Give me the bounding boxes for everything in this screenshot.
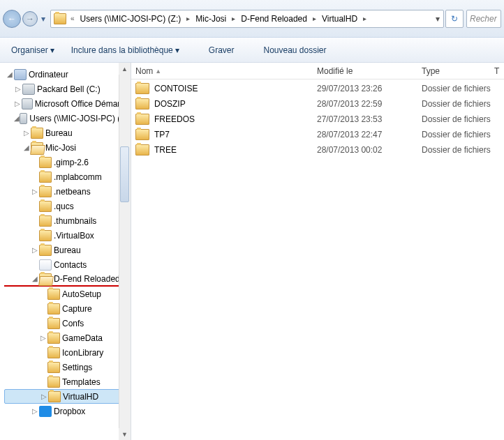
breadcrumb-bar[interactable]: « Users (\\MIC-JOSI-PC) (Z:) ▸ Mic-Josi …	[50, 10, 444, 28]
nav-forward-button[interactable]: →	[22, 11, 38, 26]
tree-label: Bureau	[54, 245, 81, 255]
file-type: Dossier de fichiers	[417, 84, 504, 93]
toolbar: Organiser ▾ Inclure dans la bibliothèque…	[0, 38, 504, 63]
nav-back-button[interactable]: ←	[3, 10, 21, 28]
folder-open-icon	[31, 142, 43, 153]
navigation-tree-pane: ◢Ordinateur ▷Packard Bell (C:) ▷Microsof…	[0, 63, 131, 440]
tree-contacts[interactable]: Contacts	[4, 257, 131, 272]
chevron-right-icon[interactable]: ▸	[185, 15, 191, 22]
file-row[interactable]: FREEDOS27/07/2013 23:53Dossier de fichie…	[131, 112, 504, 127]
chevron-right-icon[interactable]: ▸	[311, 15, 318, 22]
tree-capture[interactable]: Capture	[4, 301, 131, 316]
new-folder-button[interactable]: Nouveau dossier	[256, 43, 333, 58]
breadcrumb-segment-micjosi[interactable]: Mic-Josi	[191, 10, 230, 27]
tree-label: IconLibrary	[62, 348, 103, 358]
column-header-size[interactable]: T	[490, 63, 504, 79]
search-input[interactable]: Recher	[466, 10, 501, 28]
tree-netbeans[interactable]: ▷.netbeans	[4, 184, 131, 199]
tree-autosetup[interactable]: AutoSetup	[4, 287, 131, 301]
tree-drive-c[interactable]: ▷Packard Bell (C:)	[4, 82, 131, 96]
tree-mplab[interactable]: .mplabcomm	[4, 169, 131, 184]
tree-label: .mplabcomm	[54, 172, 102, 182]
tree-bureau[interactable]: ▷Bureau	[4, 126, 131, 140]
computer-icon	[14, 69, 27, 80]
chevron-right-icon[interactable]: ▸	[362, 15, 368, 22]
collapse-icon[interactable]: ◢	[6, 70, 14, 78]
refresh-button[interactable]: ↻	[445, 10, 464, 28]
scroll-up-button[interactable]: ▲	[119, 63, 131, 75]
folder-icon	[39, 230, 52, 241]
tree-virtualbox[interactable]: .VirtualBox	[4, 228, 131, 243]
tree-label: Capture	[62, 304, 92, 314]
expand-icon[interactable]: ▷	[31, 407, 39, 415]
expand-icon[interactable]: ▷	[31, 188, 39, 195]
tree-root-computer[interactable]: ◢Ordinateur	[4, 67, 131, 82]
tree-gimp[interactable]: .gimp-2.6	[4, 155, 131, 169]
tree-dropbox[interactable]: ▷Dropbox	[4, 404, 131, 418]
expand-icon[interactable]: ▷	[22, 129, 31, 137]
file-row[interactable]: TREE28/07/2013 00:02Dossier de fichiers	[131, 142, 504, 158]
search-placeholder-text: Recher	[470, 14, 497, 24]
tree-gamedata[interactable]: ▷GameData	[4, 331, 131, 345]
tree-users-z[interactable]: ◢Users (\\MIC-JOSI-PC) (Z:	[4, 111, 131, 126]
tree-label: D-Fend Reloaded	[54, 274, 120, 284]
expand-icon[interactable]: ▷	[14, 85, 22, 93]
collapse-icon[interactable]: ◢	[22, 144, 31, 151]
burn-button[interactable]: Graver	[202, 43, 242, 58]
column-header-modified[interactable]: Modifié le	[313, 63, 417, 79]
breadcrumb-segment-virtualhd[interactable]: VirtualHD	[318, 10, 362, 27]
tree-label: Dropbox	[54, 407, 85, 416]
drive-icon	[22, 84, 35, 95]
breadcrumb-segment-users[interactable]: Users (\\MIC-JOSI-PC) (Z:)	[76, 10, 186, 27]
tree-templates[interactable]: Templates	[4, 374, 131, 389]
file-row[interactable]: TP728/07/2013 22:47Dossier de fichiers	[131, 127, 504, 142]
column-header-type[interactable]: Type	[417, 63, 490, 79]
file-row[interactable]: DOSZIP28/07/2013 22:59Dossier de fichier…	[131, 96, 504, 112]
tree-qucs[interactable]: .qucs	[4, 199, 131, 213]
tree-msoffice[interactable]: ▷Microsoft Office Démarre	[4, 96, 131, 111]
breadcrumb-segment-dfend[interactable]: D-Fend Reloaded	[237, 10, 311, 27]
folder-icon	[47, 318, 60, 329]
tree-confs[interactable]: Confs	[4, 316, 131, 331]
address-dropdown-button[interactable]: ▾	[432, 14, 443, 24]
tree-bureau2[interactable]: ▷Bureau	[4, 243, 131, 257]
file-modified: 28/07/2013 00:02	[313, 145, 417, 155]
file-row[interactable]: CONTOISE29/07/2013 23:26Dossier de fichi…	[131, 81, 504, 96]
tree-scrollbar[interactable]: ▲ ▼	[119, 63, 131, 440]
folder-icon	[135, 144, 149, 155]
file-type: Dossier de fichiers	[417, 114, 504, 124]
nav-history-button[interactable]: ▾	[39, 10, 47, 28]
folder-icon	[135, 129, 149, 140]
collapse-icon[interactable]: ◢	[31, 275, 39, 282]
drive-icon	[22, 98, 33, 109]
expand-icon[interactable]: ▷	[14, 100, 22, 107]
collapse-icon[interactable]: ◢	[14, 114, 20, 122]
address-bar: ← → ▾ « Users (\\MIC-JOSI-PC) (Z:) ▸ Mic…	[0, 0, 504, 38]
expand-icon[interactable]: ▷	[31, 246, 39, 254]
folder-icon	[135, 98, 149, 109]
scroll-thumb[interactable]	[120, 146, 129, 202]
tree-micjosi[interactable]: ◢Mic-Josi	[4, 140, 131, 155]
tree-settings[interactable]: Settings	[4, 360, 131, 374]
organize-button[interactable]: Organiser ▾	[4, 43, 61, 58]
tree-label: .gimp-2.6	[54, 158, 89, 167]
folder-icon	[48, 391, 61, 402]
overflow-chevron-icon[interactable]: «	[69, 15, 76, 22]
tree-label: .thumbnails	[54, 216, 96, 226]
file-name: DOSZIP	[154, 99, 186, 109]
folder-icon	[47, 333, 60, 344]
folder-icon	[47, 347, 60, 358]
chevron-right-icon[interactable]: ▸	[230, 15, 237, 22]
tree-dfend[interactable]: ◢D-Fend Reloaded	[4, 272, 131, 287]
folder-icon	[47, 362, 60, 373]
tree-virtualhd[interactable]: ▷VirtualHD	[4, 389, 131, 404]
expand-icon[interactable]: ▷	[39, 334, 47, 342]
column-header-name[interactable]: Nom▲	[131, 63, 313, 79]
tree-iconlib[interactable]: IconLibrary	[4, 345, 131, 360]
annotation-underline	[76, 27, 369, 28]
tree-thumbnails[interactable]: .thumbnails	[4, 213, 131, 228]
folder-icon	[39, 186, 52, 197]
include-library-button[interactable]: Inclure dans la bibliothèque ▾	[64, 43, 186, 58]
scroll-down-button[interactable]: ▼	[119, 428, 131, 440]
expand-icon[interactable]: ▷	[40, 393, 48, 400]
